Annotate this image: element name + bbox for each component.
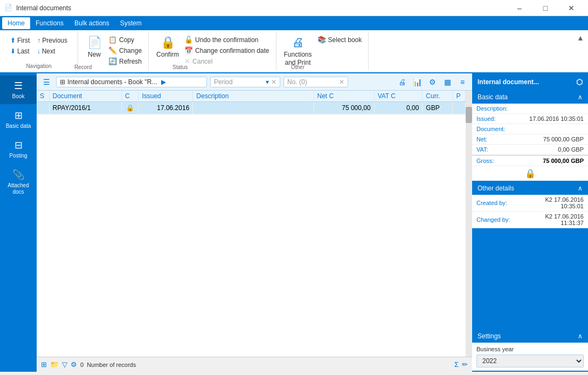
undo-confirmation-button[interactable]: 🔓 Undo the confirmation (182, 35, 271, 45)
sum-icon[interactable]: Σ (454, 360, 459, 369)
confirm-button[interactable]: 🔒 Confirm (153, 33, 182, 61)
nav-first-button[interactable]: ⬆ First (9, 36, 31, 45)
confirm-label: Confirm (156, 51, 179, 58)
other-small-buttons: 📚 Select book (315, 35, 364, 45)
close-button[interactable]: ✕ (559, 0, 584, 16)
menu-bulk-actions[interactable]: Bulk actions (69, 17, 115, 29)
change-date-label: Change confirmation date (195, 47, 269, 54)
other-group-label: Other (291, 62, 305, 70)
select-book-button[interactable]: 📚 Select book (315, 35, 364, 45)
period-selector[interactable]: Period ▾ ✕ (210, 77, 280, 87)
issued-label: Issued: (476, 115, 525, 122)
sidebar-item-posting[interactable]: ⊟ Posting (0, 135, 37, 163)
print-toolbar-button[interactable]: 🖨 (396, 76, 409, 88)
basic-data-header[interactable]: Basic data ∧ (472, 91, 588, 104)
field-issued: Issued: 17.06.2016 10:35:01 (472, 114, 588, 124)
other-details-header[interactable]: Other details ∧ (472, 182, 588, 195)
sidebar-item-attached-docs[interactable]: 📎 Attached docs (0, 165, 37, 200)
ribbon-group-status: 🔒 Confirm 🔓 Undo the confirmation 📅 Chan… (149, 32, 276, 70)
nav-last-button[interactable]: ⬇ Last (9, 46, 31, 56)
book-selector[interactable]: ⊞ Internal documents - Book "R... ▶ (56, 77, 207, 87)
bars-button[interactable]: ▦ (441, 76, 454, 88)
change-label: Change (119, 47, 142, 54)
field-gross: Gross: 75 000,00 GBP (472, 155, 588, 166)
table-row[interactable]: RPAY/2016/1🔒17.06.201675 000,000,00GBP (37, 102, 466, 114)
change-icon: ✏️ (108, 46, 117, 54)
previous-icon: ↑ (37, 37, 40, 44)
refresh-button[interactable]: 🔄 Refresh (106, 56, 144, 66)
table-icon[interactable]: ⊞ (41, 360, 47, 369)
vat-label: VAT: (476, 146, 525, 153)
panel-title: Internal document... ⬡ (472, 73, 588, 91)
gross-value: 75 000,00 GBP (525, 158, 584, 164)
sidebar-item-book[interactable]: ☰ Book (0, 76, 37, 104)
status-group-label: Status (172, 62, 188, 70)
book-sidebar-icon: ☰ (14, 80, 23, 92)
cell-netc: 75 000,00 (314, 102, 374, 114)
filter-icon[interactable]: ▽ (62, 360, 67, 369)
maximize-button[interactable]: □ (533, 0, 558, 16)
copy-icon: 📋 (108, 36, 117, 44)
description-label: Description: (476, 105, 525, 112)
content-toolbar: ☰ ⊞ Internal documents - Book "R... ▶ Pe… (37, 73, 472, 91)
scrollbar[interactable] (466, 91, 472, 357)
no-clear-icon[interactable]: ✕ (339, 78, 344, 86)
confirm-icon: 🔒 (161, 36, 175, 50)
export-icon[interactable]: 📁 (50, 360, 59, 369)
ribbon-collapse-button[interactable]: ▲ (575, 32, 586, 43)
table-header: S Document C Issued Description Net C VA… (37, 91, 466, 102)
scrollbar-thumb (466, 107, 472, 123)
cell-issued: 17.06.2016 (139, 102, 193, 114)
edit-icon[interactable]: ✏ (462, 360, 468, 369)
field-description: Description: (472, 104, 588, 114)
copy-button[interactable]: 📋 Copy (106, 35, 144, 45)
col-header-vatc: VAT C (374, 91, 423, 102)
settings-button[interactable]: ⚙ (426, 76, 439, 88)
hamburger-button[interactable]: ☰ (40, 76, 53, 88)
last-label: Last (17, 47, 30, 55)
menu-button[interactable]: ≡ (456, 76, 469, 88)
settings2-icon[interactable]: ⚙ (71, 360, 77, 369)
statusbar: ⊞ 📁 ▽ ⚙ 0 Number of records Σ ✏ (37, 357, 472, 372)
basic-data-collapse-icon: ∧ (578, 93, 583, 101)
field-created-by: Created by: K2 17.06.2016 10:35:01 (472, 195, 588, 212)
other-details-label: Other details (478, 185, 514, 192)
business-year-select[interactable]: 2022 (476, 354, 584, 367)
panel-title-text: Internal document... (478, 78, 539, 86)
posting-icon: ⊟ (15, 139, 23, 151)
nav-first-row: ⬆ First ↑ Previous (9, 36, 69, 45)
minimize-button[interactable]: – (507, 0, 532, 16)
other-details-collapse-icon: ∧ (578, 185, 583, 192)
change-confirmation-date-button[interactable]: 📅 Change confirmation date (182, 45, 271, 56)
refresh-label: Refresh (119, 58, 142, 65)
menu-system[interactable]: System (115, 17, 147, 29)
sidebar-item-basic-data[interactable]: ⊞ Basic data (0, 105, 37, 134)
period-clear-icon[interactable]: ✕ (271, 78, 276, 86)
gross-label: Gross: (476, 158, 525, 164)
cancel-button[interactable]: ✕ Cancel (182, 56, 271, 66)
nav-previous-button[interactable]: ↑ Previous (36, 36, 69, 45)
created-by-label: Created by: (476, 200, 525, 206)
nav-group-label: Navigation (26, 61, 51, 69)
panel-expand-icon[interactable]: ⬡ (576, 78, 583, 86)
table-scroll[interactable]: S Document C Issued Description Net C VA… (37, 91, 466, 357)
new-button[interactable]: 📄 New (82, 33, 106, 61)
ribbon-group-other: 🖨 Functions and Print 📚 Select book Othe… (276, 32, 369, 70)
new-label: New (88, 51, 101, 58)
change-button[interactable]: ✏️ Change (106, 45, 144, 56)
cell-description (193, 102, 314, 114)
window-title: Internal documents (16, 4, 507, 12)
settings-header[interactable]: Settings ∧ (472, 330, 588, 343)
no-selector[interactable]: No. (0) ✕ (283, 77, 348, 87)
col-header-s: S (37, 91, 49, 102)
chart-button[interactable]: 📊 (411, 76, 424, 88)
select-book-label: Select book (328, 36, 362, 44)
nav-last-row: ⬇ Last ↓ Next (9, 46, 69, 56)
undo-label: Undo the confirmation (195, 36, 258, 44)
record-group-label: Record (74, 62, 92, 70)
menu-functions[interactable]: Functions (30, 17, 69, 29)
col-header-netc: Net C (314, 91, 374, 102)
nav-next-button[interactable]: ↓ Next (36, 46, 57, 56)
book-icon: 📚 (317, 36, 326, 44)
menu-home[interactable]: Home (2, 17, 30, 29)
